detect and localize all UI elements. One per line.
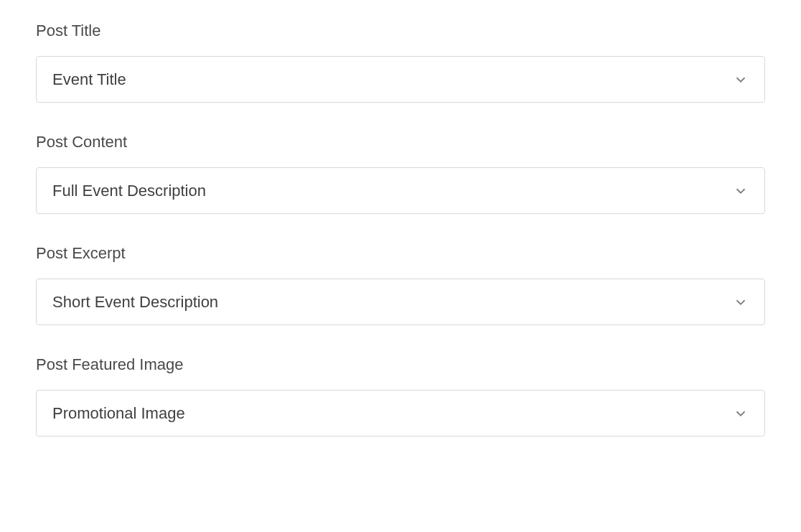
select-post-featured-image[interactable]: Promotional Image — [36, 390, 765, 437]
select-value: Short Event Description — [52, 293, 733, 312]
field-label: Post Content — [36, 133, 765, 151]
field-label: Post Excerpt — [36, 244, 765, 263]
chevron-down-icon — [733, 406, 749, 421]
field-group-post-excerpt: Post Excerpt Short Event Description — [36, 244, 765, 325]
chevron-down-icon — [733, 183, 749, 199]
select-value: Promotional Image — [52, 404, 733, 423]
field-mapping-form: Post Title Event Title Post Content Full… — [36, 22, 765, 467]
select-post-excerpt[interactable]: Short Event Description — [36, 279, 765, 325]
field-label: Post Featured Image — [36, 355, 765, 374]
field-group-post-featured-image: Post Featured Image Promotional Image — [36, 355, 765, 437]
chevron-down-icon — [733, 294, 749, 310]
select-value: Event Title — [52, 70, 733, 89]
select-post-title[interactable]: Event Title — [36, 56, 765, 103]
select-value: Full Event Description — [52, 182, 733, 200]
chevron-down-icon — [733, 72, 749, 88]
field-label: Post Title — [36, 22, 765, 40]
field-group-post-title: Post Title Event Title — [36, 22, 765, 103]
select-post-content[interactable]: Full Event Description — [36, 167, 765, 214]
field-group-post-content: Post Content Full Event Description — [36, 133, 765, 214]
